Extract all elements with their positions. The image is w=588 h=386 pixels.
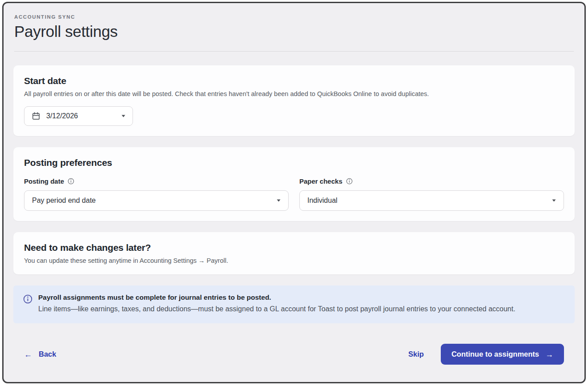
chevron-down-icon [121,115,125,117]
changes-later-card: Need to make changes later? You can upda… [13,232,575,274]
start-date-card: Start date All payroll entries on or aft… [13,65,575,136]
info-icon [23,294,32,314]
start-date-picker[interactable]: 3/12/2026 [24,106,133,126]
breadcrumb-eyebrow: ACCOUNTING SYNC [14,14,574,20]
changes-later-title: Need to make changes later? [24,242,564,253]
footer-actions: ← Back Skip Continue to assignments → [13,334,575,365]
info-banner-body: Line items—like earnings, taxes, and ded… [38,305,516,313]
page-title: Payroll settings [14,23,574,40]
paper-checks-select[interactable]: Individual [299,190,564,211]
arrow-left-icon: ← [24,350,32,358]
paper-checks-field-group: Paper checks Individual [299,177,564,211]
continue-label: Continue to assignments [451,350,539,358]
info-banner-title: Payroll assignments must be complete for… [38,294,516,302]
posting-preferences-card: Posting preferences Posting date [13,147,575,221]
app-window: ACCOUNTING SYNC Payroll settings Start d… [2,2,586,383]
paper-checks-label-text: Paper checks [299,177,342,185]
posting-date-selected-value: Pay period end date [32,197,96,205]
posting-date-select[interactable]: Pay period end date [24,190,289,211]
back-button[interactable]: ← Back [24,350,56,358]
posting-date-field-group: Posting date Pay period end date [24,177,289,211]
posting-preferences-title: Posting preferences [24,157,564,168]
info-banner: Payroll assignments must be complete for… [13,285,575,323]
chevron-down-icon [552,199,556,202]
back-label: Back [39,350,56,358]
calendar-icon [32,112,40,121]
posting-date-label: Posting date [24,177,289,185]
paper-checks-selected-value: Individual [307,197,338,205]
main-content: Start date All payroll entries on or aft… [4,52,584,365]
footer-right-actions: Skip Continue to assignments → [408,344,564,365]
posting-date-label-text: Posting date [24,177,64,185]
info-banner-text: Payroll assignments must be complete for… [38,294,516,314]
continue-to-assignments-button[interactable]: Continue to assignments → [441,344,564,365]
start-date-value: 3/12/2026 [46,112,78,120]
chevron-down-icon [277,199,281,202]
paper-checks-label: Paper checks [299,177,564,185]
page-header: ACCOUNTING SYNC Payroll settings [4,3,584,52]
info-icon[interactable] [346,178,353,185]
posting-preferences-grid: Posting date Pay period end date [24,177,564,211]
changes-later-description: You can update these setting anytime in … [24,257,564,264]
skip-button[interactable]: Skip [408,350,424,358]
start-date-title: Start date [24,76,564,86]
start-date-description: All payroll entries on or after this dat… [24,90,564,97]
info-icon[interactable] [68,178,74,185]
arrow-right-icon: → [545,350,553,358]
